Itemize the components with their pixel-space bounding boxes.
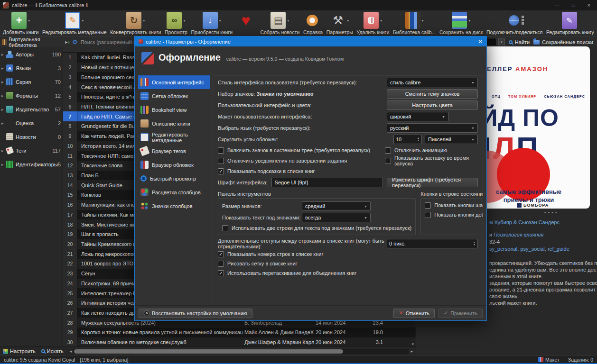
tag-browser-item[interactable]: ▸ Теги 117 xyxy=(0,144,63,157)
toolbar-button[interactable]: + ▾ Добавить книги xyxy=(3,12,38,35)
layout-button[interactable]: Макет xyxy=(538,357,560,363)
toolbar-button[interactable]: ✎ ▾ Редактировать метаданные xyxy=(42,12,107,35)
saved-searches-button[interactable]: Сохранённые поиски xyxy=(533,39,593,45)
tag-browser-item[interactable]: ▸ Оценка 2 xyxy=(0,116,63,130)
scroll-right-icon[interactable]: ▸ xyxy=(409,349,414,354)
toolbar-button[interactable]: ⚒ ▾ Параметры xyxy=(326,12,353,35)
dialog-sidebar-item[interactable]: Bookshelf view xyxy=(138,103,210,117)
book-row[interactable]: 29 Коротко и точно: новые правила устной… xyxy=(63,328,416,337)
expand-arrow-icon[interactable]: ▸ xyxy=(1,107,6,112)
series-link[interactable]: Психология влияния xyxy=(494,232,543,237)
chevron-down-icon[interactable]: ▾ xyxy=(468,18,470,23)
dialog-sidebar-item[interactable]: Сетка обложек xyxy=(138,89,210,103)
toolbar-button[interactable]: ▤ ▾ Собрать новости xyxy=(260,12,299,35)
chevron-down-icon[interactable]: ▾ xyxy=(183,18,185,23)
scroll-left-icon[interactable]: ◂ xyxy=(68,349,74,354)
ui-layout-select[interactable]: широкий▼ xyxy=(387,112,448,121)
toolbar-button[interactable]: ∞ ▾ Просмотр xyxy=(165,12,187,35)
splash-screen-checkbox[interactable] xyxy=(385,158,391,164)
dialog-sidebar-item[interactable]: Расцветка столбцов xyxy=(138,185,210,199)
chevron-down-icon[interactable]: ▾ xyxy=(380,18,382,23)
toolbar-button[interactable]: ↓ ▾ Приобрести книги xyxy=(191,12,233,35)
dialog-sidebar-item[interactable]: Значки столбцов xyxy=(138,199,210,213)
tag-browser-item[interactable]: ▸ Языки 3 xyxy=(0,61,63,75)
dialog-titlebar[interactable]: calibre - Параметры - Оформление ✕ xyxy=(135,36,486,46)
dialog-sidebar-item[interactable]: Браузер тегов xyxy=(138,144,210,158)
close-button[interactable]: × xyxy=(588,2,590,8)
disable-animations-checkbox[interactable] xyxy=(385,147,391,154)
find-button[interactable]: Найти xyxy=(509,39,530,45)
full-text-search-icon[interactable]: FT xyxy=(65,40,70,45)
drag-merge-checkbox[interactable] xyxy=(218,270,224,276)
chevron-down-icon[interactable]: ▾ xyxy=(28,18,30,23)
toolbar-button[interactable]: ▾ Сохранить на диск xyxy=(439,12,483,35)
jobs-indicator[interactable]: Задания: 0 xyxy=(568,357,593,363)
expand-arrow-icon[interactable]: ▸ xyxy=(1,93,6,98)
template-buttons-checkbox[interactable] xyxy=(425,202,431,209)
toolbar-button[interactable]: ▾ Библиотека calib... xyxy=(393,12,436,35)
systray-checkbox[interactable] xyxy=(218,147,224,154)
disable-notifications-checkbox[interactable] xyxy=(218,158,224,164)
toolbar-button[interactable]: ↻ ▾ Конвертировать книги xyxy=(110,12,161,35)
dialog-sidebar-item[interactable]: Основной интерфейс xyxy=(138,75,210,89)
search-dropdown-icon[interactable]: ▾ xyxy=(498,38,505,46)
book-row[interactable]: 30 Включаем обаяние по методике спецслуж… xyxy=(63,337,416,347)
toolbar-button[interactable]: ▾ Удалить книги xyxy=(356,12,389,35)
scrollbar-thumb[interactable] xyxy=(74,349,343,354)
tag-browser-item[interactable]: Новости 0 xyxy=(0,130,63,144)
language-select[interactable]: русский▼ xyxy=(387,123,478,133)
ui-style-select[interactable]: стиль calibre▼ xyxy=(387,78,478,87)
author-links[interactable]: м Хубияр & Сьюзан Сандерс xyxy=(489,219,569,226)
dialog-sidebar-item[interactable]: Описание книги xyxy=(138,117,210,130)
chevron-down-icon[interactable]: ▾ xyxy=(287,18,289,23)
dialog-sidebar-item[interactable]: Браузер обложек xyxy=(138,158,210,172)
toolbar-button[interactable]: Подключить/поделиться xyxy=(486,12,542,35)
tag-browser-item[interactable]: ▸ Форматы 12 xyxy=(0,89,63,102)
tooltips-checkbox[interactable] xyxy=(218,168,224,174)
chevron-down-icon[interactable]: ▾ xyxy=(82,18,84,23)
tag-browser-item[interactable]: ▸ Идентификаторы 5 xyxy=(0,157,63,171)
dialog-sidebar-item[interactable]: Быстрый просмотр xyxy=(138,172,210,185)
toolbar-button[interactable]: Справка xyxy=(303,12,323,35)
toolbar-button[interactable]: ✎ Редактировать книгу xyxy=(546,12,594,35)
two-line-text-checkbox[interactable] xyxy=(222,225,228,231)
tag-browser-item[interactable]: ▸ Издательство 57 xyxy=(0,102,63,116)
chevron-down-icon[interactable]: ▾ xyxy=(143,18,145,23)
tag-browser-item[interactable]: ▸ Авторы 190 xyxy=(0,47,63,61)
corner-unit-select[interactable]: Пикселей▼ xyxy=(425,135,478,144)
text-under-icons-select[interactable]: всегда▼ xyxy=(302,213,371,222)
row-numbers-checkbox[interactable] xyxy=(218,251,224,257)
cancel-button[interactable]: ✕Отменить xyxy=(393,309,434,318)
grid-checkbox[interactable] xyxy=(218,261,224,267)
tag-browser-item[interactable]: ▸ Серия 70 xyxy=(0,75,63,89)
action-buttons-checkbox[interactable] xyxy=(425,212,431,218)
row-spacing-spinner[interactable]: 0 пикс.▲▼ xyxy=(387,239,478,248)
minimize-button[interactable]: — xyxy=(554,2,560,8)
change-icon-theme-button[interactable]: Сменить тему значков xyxy=(387,89,478,99)
chevron-down-icon[interactable]: ▾ xyxy=(219,18,221,23)
maximize-button[interactable]: □ xyxy=(572,2,575,8)
scroll-down-icon[interactable]: ▼ xyxy=(411,342,415,346)
gear-icon[interactable]: ⚙ xyxy=(72,38,78,46)
find-item-button[interactable]: Искать xyxy=(38,348,66,354)
toolbar-button[interactable]: ♥ xyxy=(236,12,257,29)
expand-arrow-icon[interactable]: ▸ xyxy=(1,52,6,57)
virtual-library-button[interactable]: Виртуальная библиотека xyxy=(0,36,63,48)
expand-arrow-icon[interactable]: ▸ xyxy=(1,148,6,153)
customize-colors-button[interactable]: Настроить цвета xyxy=(387,100,478,110)
change-font-button[interactable]: Изменить шрифт (требуется перезапуск) xyxy=(387,178,478,187)
configure-button[interactable]: Настроить xyxy=(0,348,38,354)
expand-arrow-icon[interactable]: ▸ xyxy=(1,80,6,84)
icon-size-select[interactable]: средний▼ xyxy=(302,201,371,211)
apply-button[interactable]: ✓Применить xyxy=(438,309,483,318)
expand-arrow-icon[interactable]: ▸ xyxy=(1,162,6,167)
scrollbar-track[interactable] xyxy=(73,349,409,354)
dialog-close-icon[interactable]: ✕ xyxy=(478,38,483,45)
corner-radius-spinner[interactable]: 10▲▼ xyxy=(393,135,422,144)
chevron-down-icon[interactable]: ▾ xyxy=(422,18,424,23)
restore-defaults-button[interactable]: ✕Восстановить настройки по умолчанию xyxy=(139,309,252,318)
horizontal-scrollbar[interactable]: ◂ ▸ xyxy=(66,347,416,355)
chevron-down-icon[interactable]: ▾ xyxy=(347,18,349,23)
tag-links[interactable]: sy_personal, psy_social, ref_guide xyxy=(489,246,569,253)
interface-font-field[interactable]: Segoe UI [9pt] xyxy=(271,178,383,187)
